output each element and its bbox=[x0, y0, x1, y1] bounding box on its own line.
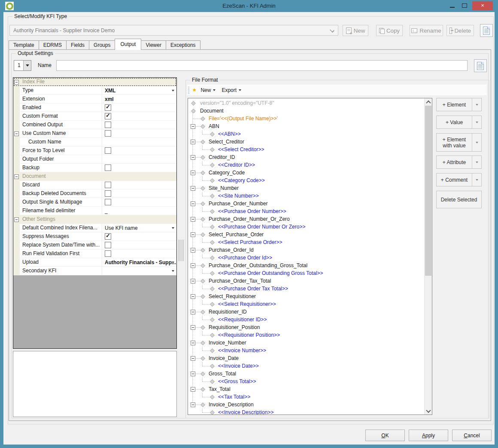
tree-node[interactable]: Select_Requisitioner bbox=[188, 293, 425, 300]
tree-node[interactable]: Requisitioner_ID bbox=[188, 308, 425, 316]
tree-node[interactable]: <<Invoice Date>> bbox=[188, 362, 425, 370]
delete-selected-button[interactable]: Delete Selected bbox=[436, 191, 482, 208]
toolbar-new-button[interactable]: New bbox=[197, 85, 219, 95]
tree-node[interactable]: <<Tax Total>> bbox=[188, 393, 425, 401]
tree-node[interactable]: <<Purchase Order Number Or Zero>> bbox=[188, 223, 425, 231]
collapse-minus-icon[interactable] bbox=[14, 131, 19, 136]
checkbox-checked-icon[interactable] bbox=[105, 113, 111, 119]
tree-node[interactable]: <<Category Code>> bbox=[188, 177, 425, 184]
maximize-icon[interactable] bbox=[462, 3, 467, 8]
checkbox-unchecked-icon[interactable] bbox=[105, 190, 111, 197]
minimize-icon[interactable] bbox=[450, 7, 455, 8]
tab-viewer[interactable]: Viewer bbox=[141, 40, 166, 50]
grid-property-value[interactable]: XML bbox=[102, 86, 176, 95]
delete-button[interactable]: Delete bbox=[446, 25, 474, 36]
checkbox-unchecked-icon[interactable] bbox=[105, 122, 111, 128]
tree-collapse-minus-icon[interactable] bbox=[191, 294, 195, 299]
rename-button[interactable]: I... Rename bbox=[410, 25, 443, 36]
copy-button[interactable]: Copy bbox=[376, 25, 403, 36]
grid-property-row[interactable]: Output Single & Multipage bbox=[13, 198, 176, 207]
grid-property-row[interactable]: TypeXML bbox=[13, 86, 176, 95]
toolbar-export-button[interactable]: Export bbox=[219, 85, 244, 95]
add-comment-button[interactable]: + Comment bbox=[436, 173, 482, 186]
tree-collapse-minus-icon[interactable] bbox=[191, 387, 195, 392]
tab-exceptions[interactable]: Exceptions bbox=[166, 40, 200, 50]
grid-property-value[interactable]: Authority Financials - Supp... bbox=[102, 258, 176, 267]
grid-property-value[interactable]: xml bbox=[102, 95, 176, 104]
tree-node[interactable]: <<Gross Total>> bbox=[188, 378, 425, 385]
name-report-button[interactable] bbox=[474, 59, 487, 72]
tree-node[interactable]: Site_Number bbox=[188, 184, 425, 192]
grid-property-value[interactable] bbox=[102, 241, 176, 250]
tree-node[interactable]: <<ABN>> bbox=[188, 130, 425, 138]
tree-collapse-minus-icon[interactable] bbox=[191, 356, 195, 361]
tree-node[interactable]: Creditor_ID bbox=[188, 153, 425, 161]
report-button[interactable] bbox=[480, 24, 493, 37]
tree-node[interactable]: Purchase_Order_Number bbox=[188, 200, 425, 207]
tree-collapse-minus-icon[interactable] bbox=[191, 248, 195, 253]
output-index-selector[interactable]: 1 bbox=[14, 60, 31, 71]
add-value-dropdown[interactable] bbox=[472, 116, 481, 128]
tab-groups[interactable]: Groups bbox=[89, 40, 115, 50]
grid-property-row[interactable]: Combined Output bbox=[13, 121, 176, 129]
grid-property-row[interactable]: Run Field Validation First bbox=[13, 250, 176, 258]
apply-button[interactable]: Apply bbox=[409, 430, 448, 441]
tree-collapse-minus-icon[interactable] bbox=[191, 140, 195, 144]
grid-property-value[interactable] bbox=[102, 164, 176, 172]
grid-property-row[interactable]: Enabled bbox=[13, 104, 176, 112]
cancel-button[interactable]: Cancel bbox=[452, 430, 492, 441]
tab-edrms[interactable]: EDRMS bbox=[39, 40, 67, 50]
tree-node[interactable]: Invoice_Number bbox=[188, 339, 425, 347]
tree-collapse-minus-icon[interactable] bbox=[191, 263, 195, 268]
output-index-dropdown-button[interactable] bbox=[23, 61, 31, 70]
add-attribute-button[interactable]: + Attribute bbox=[436, 155, 482, 169]
grid-property-row[interactable]: Backup Deleted Documents bbox=[13, 189, 176, 198]
dropdown-arrow-icon[interactable] bbox=[172, 262, 174, 263]
tree-node[interactable]: Select_Creditor bbox=[188, 138, 425, 146]
grid-property-value[interactable] bbox=[102, 112, 176, 121]
grid-property-row[interactable]: UploadAuthority Financials - Supp... bbox=[13, 258, 176, 267]
tree-scrollbar[interactable] bbox=[424, 98, 432, 414]
grid-property-row[interactable]: Force to Top Level bbox=[13, 146, 176, 155]
grid-property-value[interactable] bbox=[102, 198, 176, 207]
tree-collapse-minus-icon[interactable] bbox=[191, 402, 195, 407]
collapse-minus-icon[interactable] bbox=[14, 80, 19, 85]
tree-node[interactable]: Tax_Total bbox=[188, 385, 425, 393]
tree-node[interactable]: <<Purchase Order Outstanding Gross Total… bbox=[188, 269, 425, 277]
tree-node[interactable]: <<Purchase Order Number>> bbox=[188, 207, 425, 215]
tab-fields[interactable]: Fields bbox=[66, 40, 89, 50]
grid-property-value[interactable] bbox=[102, 267, 176, 275]
checkbox-unchecked-icon[interactable] bbox=[105, 165, 111, 171]
tree-node[interactable]: Gross_Total bbox=[188, 370, 425, 378]
tree-node[interactable]: <<Requisitioner Position>> bbox=[188, 331, 425, 339]
collapse-minus-icon[interactable] bbox=[14, 174, 19, 179]
tree-node[interactable]: <<Select Requisitioner>> bbox=[188, 300, 425, 308]
tree-node[interactable]: Purchase_Order_Id bbox=[188, 246, 425, 254]
checkbox-checked-icon[interactable] bbox=[105, 104, 111, 111]
grid-section-row[interactable]: Index File bbox=[13, 78, 176, 86]
tree-node[interactable]: Document bbox=[188, 107, 425, 115]
grid-property-row[interactable]: Secondary KFI bbox=[13, 267, 176, 275]
tree-collapse-minus-icon[interactable] bbox=[191, 310, 195, 314]
tree-node[interactable]: <<Invoice Description>> bbox=[188, 408, 425, 415]
grid-property-row[interactable]: Default Combined Index Filena...Use KFI … bbox=[13, 224, 176, 232]
new-button[interactable]: New bbox=[343, 25, 368, 36]
tree-node[interactable]: <<Select Purchase Order>> bbox=[188, 238, 425, 246]
tree-collapse-minus-icon[interactable] bbox=[191, 124, 195, 129]
grid-section-row[interactable]: Other Settings bbox=[13, 215, 176, 224]
grid-property-value[interactable] bbox=[102, 104, 176, 112]
checkbox-unchecked-icon[interactable] bbox=[105, 199, 111, 205]
grid-property-row[interactable]: Replace System Date/Time with... bbox=[13, 241, 176, 250]
close-icon[interactable]: × bbox=[472, 1, 493, 10]
tree-node[interactable]: <<Site Number>> bbox=[188, 192, 425, 200]
dropdown-arrow-icon[interactable] bbox=[172, 90, 174, 91]
collapse-minus-icon[interactable] bbox=[14, 217, 19, 222]
tree-node[interactable]: <<Purchase Order Tax Total>> bbox=[188, 285, 425, 293]
tree-node[interactable]: <<Invoice Number>> bbox=[188, 347, 425, 354]
tree-collapse-minus-icon[interactable] bbox=[191, 186, 195, 191]
name-input[interactable] bbox=[56, 60, 468, 71]
checkbox-unchecked-icon[interactable] bbox=[105, 130, 111, 137]
tree-node[interactable]: <<Select Creditor>> bbox=[188, 146, 425, 153]
grid-property-row[interactable]: Extensionxml bbox=[13, 95, 176, 104]
add-element-button[interactable]: + Element bbox=[436, 98, 482, 111]
